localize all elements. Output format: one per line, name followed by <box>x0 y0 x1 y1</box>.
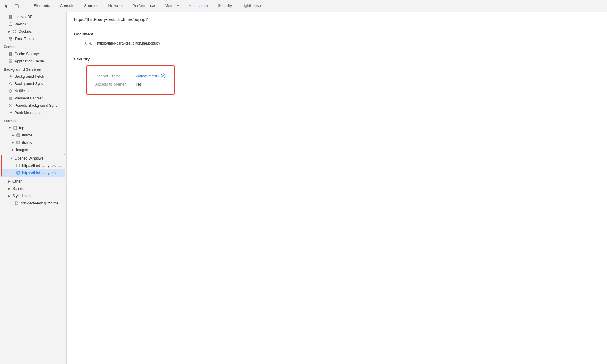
frame-icon <box>13 126 17 130</box>
svg-rect-1 <box>18 5 19 7</box>
main-layout: IndexedDB Web SQL ▶ Cookies Trust Tokens… <box>0 12 607 364</box>
sidebar-item-scripts[interactable]: ▶ Scripts <box>0 185 66 192</box>
db-icon <box>8 15 13 19</box>
url-label: URL <box>74 41 92 46</box>
sidebar-item-images[interactable]: ▶ Images <box>0 146 66 153</box>
main-tabs: Elements Console Sources Network Perform… <box>29 0 266 12</box>
sidebar-label-iframe1: iframe <box>22 133 32 137</box>
sidebar-label-push-messaging: Push Messaging <box>15 111 42 115</box>
sidebar-label-scripts: Scripts <box>12 187 24 191</box>
sidebar-item-payment-handler[interactable]: Payment Handler <box>0 95 66 102</box>
tab-performance[interactable]: Performance <box>127 0 160 12</box>
sidebar-item-websql[interactable]: Web SQL <box>0 21 66 28</box>
tab-network[interactable]: Network <box>103 0 128 12</box>
svg-rect-27 <box>17 141 20 144</box>
tab-application[interactable]: Application <box>184 0 213 12</box>
sidebar-label-top: top <box>19 126 24 130</box>
application-cache-icon <box>8 59 13 63</box>
trust-tokens-icon <box>8 37 13 41</box>
sidebar-item-stylesheets[interactable]: ▶ Stylesheets <box>0 192 66 200</box>
svg-rect-13 <box>11 62 12 63</box>
code-inspect-icon: </> <box>161 73 166 78</box>
iframe2-icon <box>16 140 20 145</box>
payment-handler-icon <box>8 96 13 100</box>
sidebar-item-opened-windows[interactable]: ▼ Opened Windows <box>2 155 65 162</box>
periodic-bg-sync-icon <box>8 103 13 108</box>
sidebar-item-window2[interactable]: https://third-party-test.glitch. <box>2 169 65 177</box>
sidebar-label-websql: Web SQL <box>15 22 30 26</box>
push-messaging-icon <box>8 111 13 115</box>
cookies-icon <box>12 29 17 34</box>
sidebar-label-bg-fetch: Background Fetch <box>15 74 44 79</box>
access-opener-row: Access to opener Yes <box>95 80 166 88</box>
toolbar-icons <box>2 2 25 10</box>
svg-point-8 <box>9 37 12 39</box>
access-opener-label: Access to opener <box>95 82 132 86</box>
bg-sync-icon <box>8 82 13 86</box>
tab-console[interactable]: Console <box>55 0 79 12</box>
svg-rect-25 <box>17 134 20 137</box>
svg-point-3 <box>9 23 12 24</box>
sidebar-label-periodic-bg-sync: Periodic Background Sync <box>15 103 57 108</box>
chevron-right-icon-iframe2: ▶ <box>12 141 14 144</box>
sidebar-item-other[interactable]: ▶ Other <box>0 178 66 185</box>
sidebar-item-file[interactable]: first-party-test.glitch.me/ <box>0 200 66 207</box>
sidebar-item-application-cache[interactable]: Application Cache <box>0 58 66 65</box>
svg-rect-0 <box>15 4 18 8</box>
sidebar-item-cookies[interactable]: ▶ Cookies <box>0 28 66 35</box>
sidebar-item-window1[interactable]: https://third-party-test.glitch. <box>2 162 65 169</box>
sidebar-label-indexeddb: IndexedDB <box>15 15 32 19</box>
sidebar-label-cache-storage: Cache Storage <box>15 52 39 56</box>
sidebar-item-periodic-bg-sync[interactable]: Periodic Background Sync <box>0 102 66 109</box>
content-panel: https://third-party-test.glitch.me/popup… <box>67 12 607 364</box>
sidebar-item-cache-storage[interactable]: Cache Storage <box>0 50 66 58</box>
sidebar-label-opened-windows: Opened Windows <box>15 156 43 160</box>
url-bar: https://third-party-test.glitch.me/popup… <box>67 12 607 27</box>
svg-point-6 <box>15 31 15 31</box>
sidebar-item-indexeddb[interactable]: IndexedDB <box>0 13 66 21</box>
svg-rect-29 <box>17 164 20 167</box>
sidebar-label-bg-sync: Background Sync <box>15 82 43 86</box>
sidebar-item-iframe1[interactable]: ▶ iframe <box>0 132 66 139</box>
sidebar-item-push-messaging[interactable]: Push Messaging <box>0 109 66 116</box>
svg-point-5 <box>14 31 14 32</box>
sidebar-item-notifications[interactable]: Notifications <box>0 87 66 95</box>
cache-section-label: Cache <box>0 42 66 50</box>
opener-frame-label: Opener Frame <box>95 74 132 78</box>
sidebar-label-images: Images <box>16 148 28 152</box>
tab-sources[interactable]: Sources <box>79 0 103 12</box>
svg-point-9 <box>9 52 12 54</box>
tab-lighthouse[interactable]: Lighthouse <box>237 0 266 12</box>
svg-rect-31 <box>17 172 19 174</box>
opener-frame-value[interactable]: <#document> </> <box>135 73 166 78</box>
sidebar-item-top[interactable]: ▼ top <box>0 124 66 132</box>
url-field-row: URL https://third-party-test.glitch.me/p… <box>74 40 600 47</box>
sidebar-item-bg-sync[interactable]: Background Sync <box>0 80 66 87</box>
device-toggle-icon[interactable] <box>13 2 21 10</box>
sidebar-item-trust-tokens[interactable]: Trust Tokens <box>0 35 66 42</box>
sidebar-label-cookies: Cookies <box>19 29 32 34</box>
tab-memory[interactable]: Memory <box>160 0 184 12</box>
svg-rect-24 <box>14 126 17 130</box>
iframe1-icon <box>16 133 20 137</box>
chevron-right-icon: ▶ <box>8 30 11 33</box>
sidebar-label-trust-tokens: Trust Tokens <box>15 37 35 41</box>
window1-icon <box>16 163 20 168</box>
cursor-icon[interactable] <box>2 2 11 10</box>
window2-icon <box>16 171 20 175</box>
svg-point-4 <box>13 30 16 33</box>
sidebar-item-bg-fetch[interactable]: Background Fetch <box>0 73 66 80</box>
page-url: https://third-party-test.glitch.me/popup… <box>74 17 148 22</box>
document-title: Document <box>74 32 600 36</box>
bg-fetch-icon <box>8 74 13 79</box>
svg-rect-11 <box>11 60 12 61</box>
sidebar-label-other: Other <box>12 179 22 184</box>
cache-storage-icon <box>8 52 13 56</box>
tab-elements[interactable]: Elements <box>29 0 55 12</box>
sidebar-item-iframe2[interactable]: ▶ iframe <box>0 139 66 146</box>
access-opener-value: Yes <box>135 82 142 86</box>
file-icon <box>15 201 19 205</box>
svg-rect-26 <box>17 134 19 136</box>
svg-point-7 <box>14 32 15 32</box>
tab-security[interactable]: Security <box>213 0 237 12</box>
